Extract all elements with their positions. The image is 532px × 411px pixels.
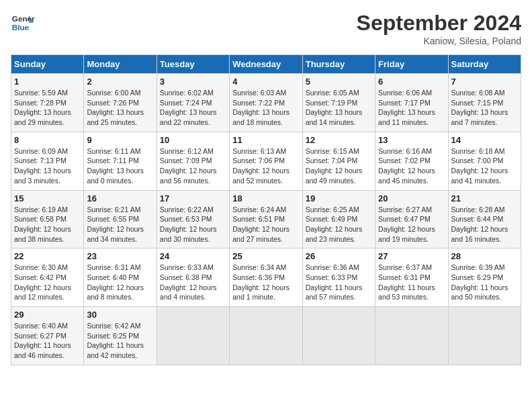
day-info: Sunrise: 6:24 AM Sunset: 6:51 PM Dayligh…	[232, 205, 299, 244]
day-number: 27	[378, 251, 445, 261]
day-info: Sunrise: 6:34 AM Sunset: 6:36 PM Dayligh…	[232, 263, 299, 302]
day-info: Sunrise: 6:09 AM Sunset: 7:13 PM Dayligh…	[14, 146, 81, 186]
day-info: Sunrise: 6:16 AM Sunset: 7:02 PM Dayligh…	[378, 146, 445, 186]
day-info: Sunrise: 5:59 AM Sunset: 7:28 PM Dayligh…	[14, 88, 81, 128]
column-header-friday: Friday	[375, 55, 448, 74]
logo-icon: General Blue	[11, 11, 35, 35]
calendar-table: SundayMondayTuesdayWednesdayThursdayFrid…	[11, 54, 521, 365]
calendar-cell	[230, 307, 302, 365]
day-info: Sunrise: 6:22 AM Sunset: 6:53 PM Dayligh…	[160, 205, 226, 244]
day-info: Sunrise: 6:21 AM Sunset: 6:55 PM Dayligh…	[87, 205, 153, 244]
day-info: Sunrise: 6:02 AM Sunset: 7:24 PM Dayligh…	[160, 88, 226, 128]
day-number: 7	[451, 77, 518, 87]
day-info: Sunrise: 6:06 AM Sunset: 7:17 PM Dayligh…	[378, 88, 445, 128]
day-info: Sunrise: 6:03 AM Sunset: 7:22 PM Dayligh…	[232, 88, 299, 128]
calendar-cell: 30Sunrise: 6:42 AM Sunset: 6:25 PM Dayli…	[84, 307, 157, 365]
day-info: Sunrise: 6:12 AM Sunset: 7:09 PM Dayligh…	[160, 146, 226, 186]
calendar-cell: 18Sunrise: 6:24 AM Sunset: 6:51 PM Dayli…	[230, 190, 302, 248]
calendar-cell: 4Sunrise: 6:03 AM Sunset: 7:22 PM Daylig…	[230, 74, 302, 132]
day-info: Sunrise: 6:08 AM Sunset: 7:15 PM Dayligh…	[451, 88, 518, 128]
day-number: 13	[378, 135, 445, 145]
calendar-cell: 7Sunrise: 6:08 AM Sunset: 7:15 PM Daylig…	[448, 74, 521, 132]
month-title: September 2024	[357, 11, 521, 36]
calendar-cell: 24Sunrise: 6:33 AM Sunset: 6:38 PM Dayli…	[157, 248, 229, 307]
day-number: 16	[87, 193, 153, 203]
calendar-cell: 3Sunrise: 6:02 AM Sunset: 7:24 PM Daylig…	[157, 74, 229, 132]
calendar-cell: 26Sunrise: 6:36 AM Sunset: 6:33 PM Dayli…	[302, 248, 375, 307]
calendar-cell	[302, 307, 375, 365]
calendar-cell: 12Sunrise: 6:15 AM Sunset: 7:04 PM Dayli…	[302, 132, 375, 190]
calendar-cell	[448, 307, 521, 365]
day-info: Sunrise: 6:11 AM Sunset: 7:11 PM Dayligh…	[87, 146, 153, 186]
day-number: 9	[87, 135, 153, 145]
location: Kaniow, Silesia, Poland	[357, 36, 521, 46]
calendar-cell: 17Sunrise: 6:22 AM Sunset: 6:53 PM Dayli…	[157, 190, 229, 248]
day-number: 18	[232, 193, 299, 203]
day-info: Sunrise: 6:19 AM Sunset: 6:58 PM Dayligh…	[14, 205, 81, 244]
day-info: Sunrise: 6:39 AM Sunset: 6:29 PM Dayligh…	[451, 263, 518, 302]
day-number: 3	[160, 77, 226, 87]
calendar-cell: 10Sunrise: 6:12 AM Sunset: 7:09 PM Dayli…	[157, 132, 229, 190]
calendar-cell: 14Sunrise: 6:18 AM Sunset: 7:00 PM Dayli…	[448, 132, 521, 190]
day-number: 17	[160, 193, 226, 203]
column-header-saturday: Saturday	[448, 55, 521, 74]
day-number: 8	[14, 135, 81, 145]
day-number: 22	[14, 251, 81, 261]
column-header-thursday: Thursday	[302, 55, 375, 74]
day-number: 30	[87, 310, 153, 320]
day-number: 28	[451, 251, 518, 261]
day-number: 21	[451, 193, 518, 203]
calendar-cell: 15Sunrise: 6:19 AM Sunset: 6:58 PM Dayli…	[11, 190, 84, 248]
day-info: Sunrise: 6:15 AM Sunset: 7:04 PM Dayligh…	[306, 146, 372, 186]
day-number: 1	[14, 77, 81, 87]
day-number: 23	[87, 251, 153, 261]
calendar-cell: 28Sunrise: 6:39 AM Sunset: 6:29 PM Dayli…	[448, 248, 521, 307]
calendar-cell: 6Sunrise: 6:06 AM Sunset: 7:17 PM Daylig…	[375, 74, 448, 132]
day-info: Sunrise: 6:13 AM Sunset: 7:06 PM Dayligh…	[232, 146, 299, 186]
calendar-cell: 21Sunrise: 6:28 AM Sunset: 6:44 PM Dayli…	[448, 190, 521, 248]
day-info: Sunrise: 6:37 AM Sunset: 6:31 PM Dayligh…	[378, 263, 445, 302]
day-info: Sunrise: 6:05 AM Sunset: 7:19 PM Dayligh…	[306, 88, 372, 128]
page-header: General Blue September 2024 Kaniow, Sile…	[11, 11, 521, 46]
day-number: 14	[451, 135, 518, 145]
calendar-cell: 22Sunrise: 6:30 AM Sunset: 6:42 PM Dayli…	[11, 248, 84, 307]
day-info: Sunrise: 6:40 AM Sunset: 6:27 PM Dayligh…	[14, 321, 81, 361]
day-number: 2	[87, 77, 153, 87]
svg-text:Blue: Blue	[12, 23, 30, 32]
calendar-cell: 13Sunrise: 6:16 AM Sunset: 7:02 PM Dayli…	[375, 132, 448, 190]
day-info: Sunrise: 6:27 AM Sunset: 6:47 PM Dayligh…	[378, 205, 445, 244]
day-info: Sunrise: 6:18 AM Sunset: 7:00 PM Dayligh…	[451, 146, 518, 186]
day-number: 12	[306, 135, 372, 145]
day-info: Sunrise: 6:31 AM Sunset: 6:40 PM Dayligh…	[87, 263, 153, 302]
calendar-cell: 23Sunrise: 6:31 AM Sunset: 6:40 PM Dayli…	[84, 248, 157, 307]
column-header-monday: Monday	[84, 55, 157, 74]
calendar-cell	[157, 307, 229, 365]
calendar-cell: 5Sunrise: 6:05 AM Sunset: 7:19 PM Daylig…	[302, 74, 375, 132]
day-number: 24	[160, 251, 226, 261]
calendar-cell: 9Sunrise: 6:11 AM Sunset: 7:11 PM Daylig…	[84, 132, 157, 190]
day-number: 19	[306, 193, 372, 203]
day-number: 5	[306, 77, 372, 87]
calendar-cell: 1Sunrise: 5:59 AM Sunset: 7:28 PM Daylig…	[11, 74, 84, 132]
calendar-cell: 19Sunrise: 6:25 AM Sunset: 6:49 PM Dayli…	[302, 190, 375, 248]
column-header-tuesday: Tuesday	[157, 55, 229, 74]
calendar-cell: 25Sunrise: 6:34 AM Sunset: 6:36 PM Dayli…	[230, 248, 302, 307]
day-number: 4	[232, 77, 299, 87]
column-header-wednesday: Wednesday	[230, 55, 302, 74]
title-block: September 2024 Kaniow, Silesia, Poland	[357, 11, 521, 46]
calendar-cell	[375, 307, 448, 365]
day-number: 11	[232, 135, 299, 145]
logo: General Blue	[11, 11, 35, 35]
day-info: Sunrise: 6:42 AM Sunset: 6:25 PM Dayligh…	[87, 321, 153, 361]
day-info: Sunrise: 6:28 AM Sunset: 6:44 PM Dayligh…	[451, 205, 518, 244]
calendar-cell: 8Sunrise: 6:09 AM Sunset: 7:13 PM Daylig…	[11, 132, 84, 190]
day-info: Sunrise: 6:33 AM Sunset: 6:38 PM Dayligh…	[160, 263, 226, 302]
day-number: 20	[378, 193, 445, 203]
day-number: 26	[306, 251, 372, 261]
day-number: 29	[14, 310, 81, 320]
day-info: Sunrise: 6:30 AM Sunset: 6:42 PM Dayligh…	[14, 263, 81, 302]
calendar-cell: 29Sunrise: 6:40 AM Sunset: 6:27 PM Dayli…	[11, 307, 84, 365]
calendar-cell: 11Sunrise: 6:13 AM Sunset: 7:06 PM Dayli…	[230, 132, 302, 190]
day-number: 25	[232, 251, 299, 261]
calendar-cell: 2Sunrise: 6:00 AM Sunset: 7:26 PM Daylig…	[84, 74, 157, 132]
